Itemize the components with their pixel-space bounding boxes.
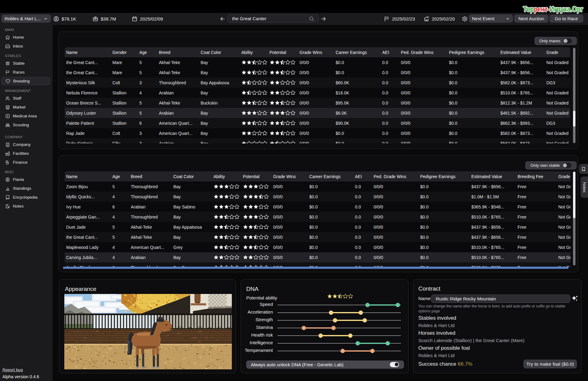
- svg-text:Торрент-Игруха.Орг: Торрент-Игруха.Орг: [523, 5, 583, 13]
